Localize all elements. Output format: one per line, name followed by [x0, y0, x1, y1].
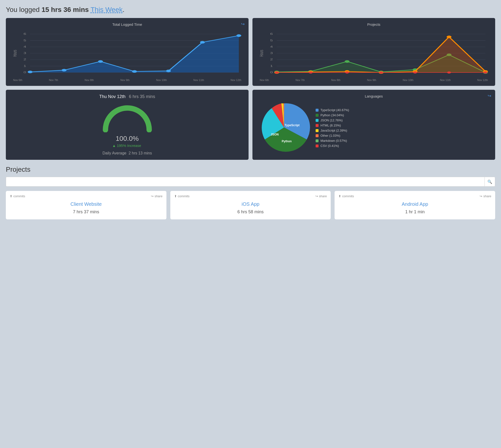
commits-link-3[interactable]: ⬆ commits [338, 194, 354, 198]
search-input[interactable] [6, 177, 485, 187]
svg-text:1: 1 [24, 65, 26, 67]
legend-javascript: JavaScript (2.39%) [316, 129, 490, 132]
svg-text:Python: Python [282, 140, 292, 143]
project-name-3[interactable]: Android App [338, 201, 491, 207]
svg-text:4: 4 [270, 46, 273, 48]
top-charts-row: ↪ Total Logged Time 0 1 2 3 4 5 6 [6, 18, 495, 86]
project-name-1[interactable]: Client Website [10, 201, 163, 207]
svg-text:2: 2 [270, 58, 273, 61]
commits-label-3: commits [342, 194, 354, 198]
project-card-top-1: ⬆ commits ↪ share [10, 194, 163, 198]
pie-chart: TypeScript Python JSON [257, 101, 311, 155]
share-label-2: share [319, 194, 327, 198]
search-icon: 🔍 [487, 179, 492, 184]
svg-text:1: 1 [270, 65, 273, 67]
svg-text:3: 3 [270, 52, 273, 54]
legend-dot-csv [316, 144, 319, 147]
commits-link-1[interactable]: ⬆ commits [10, 194, 25, 198]
svg-text:Hours: Hours [12, 50, 17, 57]
legend-dot-html [316, 124, 319, 127]
svg-text:0: 0 [24, 71, 26, 74]
svg-point-58 [413, 71, 417, 73]
svg-text:6: 6 [270, 32, 273, 35]
daily-average: Daily Average 2 hrs 13 mins [103, 151, 152, 155]
share-icon-3: ↪ [480, 194, 482, 198]
share-link-1[interactable]: ↪ share [151, 194, 163, 198]
daily-card: Thu Nov 12th 6 hrs 35 mins 100.0% ▲195% … [6, 90, 249, 160]
total-chart-svg: 0 1 2 3 4 5 6 Hours [11, 29, 244, 78]
daily-time: 6 hrs 35 mins [129, 94, 155, 99]
this-week-link[interactable]: This Week [91, 6, 123, 13]
bottom-charts-row: Thu Nov 12th 6 hrs 35 mins 100.0% ▲195% … [6, 90, 495, 160]
legend-typescript: TypeScript (40.67%) [316, 108, 490, 112]
gauge-percent: 100.0% [116, 135, 139, 143]
svg-point-18 [98, 60, 103, 63]
languages-card: ↪ Languages [252, 90, 495, 160]
svg-text:TypeScript: TypeScript [285, 124, 300, 127]
daily-avg-label: Daily Average [103, 151, 126, 155]
share-link-2[interactable]: ↪ share [315, 194, 327, 198]
svg-point-17 [62, 69, 67, 71]
share-link-3[interactable]: ↪ share [480, 194, 491, 198]
share-label-3: share [483, 194, 491, 198]
legend-csv: CSV (0.41%) [316, 144, 490, 148]
legend-dot-python [316, 114, 319, 117]
legend-dot-other [316, 134, 319, 137]
languages-legend: TypeScript (40.67%) Python (34.04%) JSON… [316, 108, 490, 148]
legend-label-markdown: Markdown (0.57%) [320, 139, 347, 143]
share-icon-languages[interactable]: ↪ [488, 93, 491, 98]
legend-html: HTML (8.15%) [316, 124, 490, 127]
share-label-1: share [154, 194, 163, 198]
project-card-android-app: ⬆ commits ↪ share Android App 1 hr 1 min [334, 191, 495, 219]
commits-icon-1: ⬆ [10, 194, 12, 198]
project-card-ios-app: ⬆ commits ↪ share iOS App 6 hrs 58 mins [170, 191, 331, 219]
projects-chart-title: Projects [257, 22, 490, 27]
svg-text:JSON: JSON [271, 133, 279, 136]
svg-point-56 [345, 71, 349, 73]
search-button[interactable]: 🔍 [485, 177, 495, 187]
total-logged-chart: 0 1 2 3 4 5 6 Hours [11, 29, 244, 78]
search-bar: 🔍 [6, 177, 495, 187]
share-icon-1: ↪ [151, 194, 153, 198]
svg-point-55 [309, 71, 313, 73]
svg-point-60 [484, 71, 487, 73]
svg-point-59 [447, 71, 451, 73]
commits-label-1: commits [13, 194, 25, 198]
svg-point-22 [236, 34, 241, 37]
project-name-2[interactable]: iOS App [174, 201, 327, 207]
svg-text:6: 6 [24, 32, 26, 35]
header-prefix: You logged [6, 6, 42, 13]
increase-arrow: ▲ [112, 144, 116, 148]
total-x-labels: Nov 6th Nov 7th Nov 8th Nov 9th Nov 10th… [11, 79, 244, 81]
total-logged-title: Total Logged Time [11, 22, 244, 27]
share-icon-2: ↪ [315, 194, 318, 198]
project-time-3: 1 hr 1 min [338, 209, 491, 214]
svg-point-21 [200, 41, 205, 44]
project-card-client-website: ⬆ commits ↪ share Client Website 7 hrs 3… [6, 191, 167, 219]
projects-chart-area: 0 1 2 3 4 5 6 Hours [257, 29, 490, 78]
legend-dot-json [316, 119, 319, 122]
legend-dot-markdown [316, 139, 319, 142]
gauge-svg [101, 103, 154, 132]
commits-label-2: commits [178, 194, 190, 198]
legend-python: Python (34.04%) [316, 113, 490, 117]
project-time-2: 6 hrs 58 mins [174, 209, 327, 214]
legend-label-csv: CSV (0.41%) [320, 144, 339, 148]
projects-section-title: Projects [6, 166, 495, 173]
project-time-1: 7 hrs 37 mins [10, 209, 163, 214]
daily-avg-time: 2 hrs 13 mins [129, 151, 152, 155]
svg-text:5: 5 [24, 39, 26, 42]
languages-content: TypeScript Python JSON TypeScript (40.67… [257, 101, 490, 155]
svg-point-41 [345, 60, 350, 63]
project-card-top-3: ⬆ commits ↪ share [338, 194, 491, 198]
legend-json: JSON (12.76%) [316, 118, 490, 122]
svg-text:3: 3 [24, 52, 26, 54]
svg-point-19 [132, 70, 137, 73]
svg-text:5: 5 [270, 39, 273, 42]
legend-label-javascript: JavaScript (2.39%) [320, 129, 347, 132]
project-card-top-2: ⬆ commits ↪ share [174, 194, 327, 198]
daily-header: Thu Nov 12th 6 hrs 35 mins [11, 94, 244, 99]
share-icon-total[interactable]: ↪ [241, 21, 245, 27]
commits-link-2[interactable]: ⬆ commits [174, 194, 190, 198]
svg-text:0: 0 [270, 71, 273, 74]
